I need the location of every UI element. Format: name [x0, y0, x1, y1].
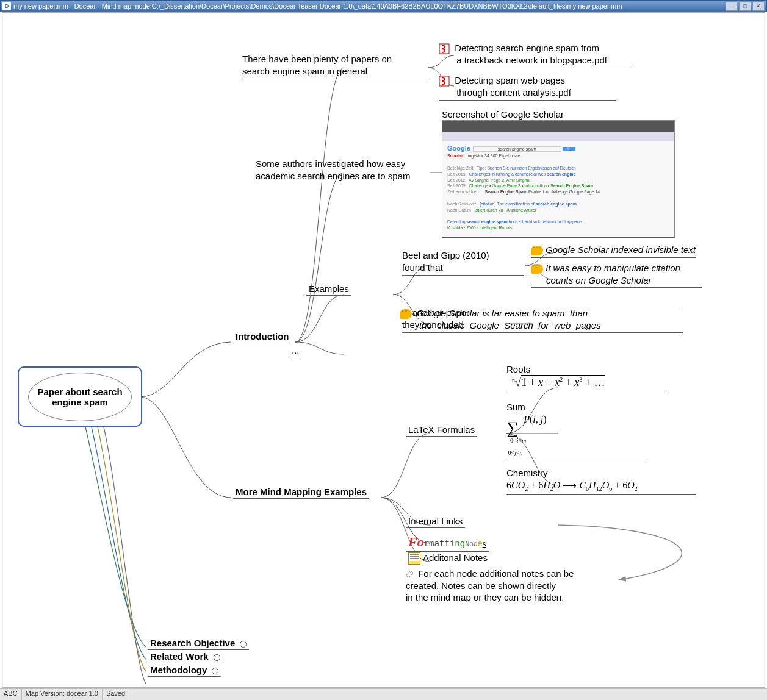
quote-icon: [531, 264, 543, 274]
node-examples[interactable]: Examples: [306, 284, 351, 296]
node-methodology[interactable]: Methodology: [148, 665, 221, 677]
node-introduction[interactable]: Introduction: [233, 331, 291, 343]
quote-icon: [531, 246, 543, 255]
formula-label: Sum: [506, 402, 525, 412]
pdf-icon: [439, 76, 450, 87]
node-label: More Mind Mapping Examples: [236, 487, 367, 497]
expand-handle[interactable]: [212, 668, 218, 674]
node-pdf2[interactable]: Detecting spam web pages through content…: [439, 74, 616, 101]
node-quote-3[interactable]: Google Scholar is far easier to spam tha…: [419, 307, 683, 333]
edge-layer: [2, 13, 765, 688]
embedded-screenshot[interactable]: Google search engine spam 🔍 Scholar unge…: [442, 120, 675, 238]
minimize-button[interactable]: _: [726, 1, 738, 11]
note-icon: [408, 552, 420, 565]
node-more-mm-examples[interactable]: More Mind Mapping Examples: [233, 487, 369, 499]
status-bar: ABC Map Version: docear 1.0 Saved: [0, 688, 767, 700]
node-ellipsis[interactable]: ...: [289, 345, 302, 357]
node-intro-text2[interactable]: Some authors investigated how easyacadem…: [256, 158, 430, 184]
node-label: Related Work: [150, 651, 209, 662]
node-label: Examples: [309, 284, 349, 294]
window-title: my new paper.mm - Docear - Mind map mode…: [13, 2, 726, 10]
node-label: Internal Links: [408, 516, 463, 526]
node-label: Introduction: [236, 331, 289, 341]
mindmap-canvas[interactable]: Paper about search engine spam Introduct…: [2, 12, 765, 688]
node-label: Methodology: [150, 665, 207, 675]
node-formatting-nodes[interactable]: Formatting Nodes: [406, 534, 489, 552]
node-latex-formulas[interactable]: LaTeX Formulas: [406, 424, 477, 437]
node-beel-gipp[interactable]: Beel and Gipp (2010)found that: [402, 249, 524, 276]
node-related-work[interactable]: Related Work: [148, 651, 223, 663]
node-label: ...: [292, 345, 300, 355]
root-node[interactable]: Paper about search engine spam: [18, 366, 142, 427]
quote-icon: [400, 309, 412, 319]
root-label: Paper about search engine spam: [31, 387, 129, 407]
node-internal-links[interactable]: Internal Links: [406, 516, 465, 528]
pdf-icon: [439, 43, 450, 54]
node-additional-notes[interactable]: Additonal Notes: [406, 552, 490, 566]
status-saved: Saved: [103, 689, 129, 700]
screenshot-caption: Screenshot of Google Scholar: [442, 109, 564, 121]
expand-handle[interactable]: [240, 641, 247, 648]
attachment-icon: [406, 570, 414, 579]
close-button[interactable]: ✕: [752, 1, 765, 11]
node-intro-text1[interactable]: There have been plenty of papers onsearc…: [242, 53, 428, 79]
quote-text: Google Scholar indexed invisible text: [546, 245, 696, 255]
node-research-objective[interactable]: Research Objective: [148, 638, 249, 650]
node-chemistry[interactable]: Chemistry 6CO2 + 6H2O ⟶ C6H12O6 + 6O2: [506, 467, 696, 495]
formula-label: Chemistry: [506, 468, 548, 478]
status-version: Map Version: docear 1.0: [22, 689, 103, 700]
node-sum[interactable]: Sum ∑ P(i, j) 0<i<m 0<j<n: [506, 401, 647, 459]
app-icon: D: [2, 2, 11, 10]
formula-label: Roots: [506, 364, 530, 374]
node-roots[interactable]: Roots n√1 + x + x2 + x3 + …: [506, 363, 665, 391]
node-label: Research Objective: [150, 638, 235, 648]
status-abc: ABC: [0, 689, 22, 700]
node-label: Additonal Notes: [423, 552, 488, 563]
node-quote1[interactable]: Google Scholar indexed invisible text: [531, 244, 696, 258]
maximize-button[interactable]: □: [739, 1, 751, 11]
window-titlebar: D my new paper.mm - Docear - Mind map mo…: [0, 0, 767, 12]
node-quote2[interactable]: It was easy to manipulate citation count…: [531, 262, 702, 288]
node-pdf1[interactable]: Detecting search engine spam from a trac…: [439, 42, 631, 68]
expand-handle[interactable]: [214, 654, 220, 661]
notes-detail-text: For each node additional notes can becre…: [406, 568, 613, 604]
node-label: LaTeX Formulas: [408, 424, 475, 435]
